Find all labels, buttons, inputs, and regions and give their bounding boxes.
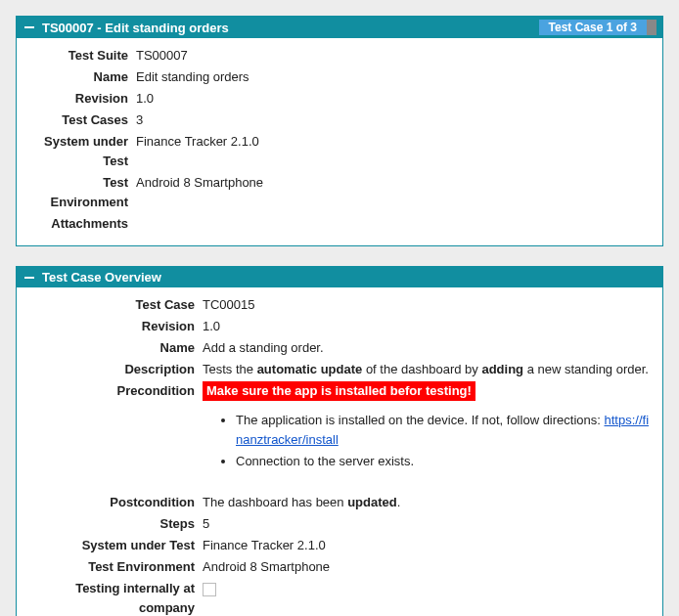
test-case-overview-title: Test Case Overview	[42, 270, 161, 285]
precondition-list: The application is installed on the devi…	[203, 401, 653, 479]
test-case-counter-badge: Test Case 1 of 3	[539, 20, 656, 35]
precondition-warning: Make sure the app is installed befor tes…	[203, 381, 475, 401]
value-test-case: TC00015	[203, 295, 653, 315]
label-sut: System under Test	[26, 132, 136, 171]
label-test-cases: Test Cases	[26, 110, 136, 130]
label-revision: Revision	[26, 89, 136, 109]
value-env: Android 8 Smartphone	[136, 173, 653, 193]
collapse-icon[interactable]	[23, 21, 36, 34]
value-precondition: Make sure the app is installed befor tes…	[203, 381, 653, 479]
label-env: Test Environment	[26, 173, 136, 212]
value-tc-sut: Finance Tracker 2.1.0	[203, 536, 653, 555]
desc-bold-part: adding	[481, 362, 523, 376]
precondition-item: Connection to the server exists.	[236, 452, 653, 471]
value-steps: 5	[203, 514, 653, 534]
value-tc-env: Android 8 Smartphone	[203, 557, 653, 577]
label-test-suite: Test Suite	[26, 46, 136, 66]
value-revision: 1.0	[136, 89, 653, 109]
postcond-text-part: The dashboard has been	[203, 495, 347, 509]
value-tc-revision: 1.0	[203, 317, 653, 336]
postcond-bold-part: updated	[347, 495, 397, 509]
label-tc-name: Name	[26, 338, 203, 358]
postcond-text-part: .	[397, 495, 401, 509]
test-suite-panel-title: TS00007 - Edit standing orders	[42, 21, 229, 35]
value-name: Edit standing orders	[136, 67, 653, 87]
value-internal-testing	[203, 579, 653, 598]
label-description: Description	[26, 360, 203, 379]
label-test-case: Test Case	[26, 295, 203, 315]
desc-text-part: of the dashboard by	[362, 362, 481, 376]
value-tc-name: Add a standing order.	[203, 338, 653, 358]
label-precondition: Precondition	[26, 381, 203, 401]
test-suite-panel-body: Test SuiteTS00007 NameEdit standing orde…	[17, 38, 662, 245]
desc-text-part: Tests the	[203, 362, 257, 376]
label-internal-testing: Testing internally at company	[26, 579, 203, 616]
label-steps: Steps	[26, 514, 203, 534]
test-suite-panel: TS00007 - Edit standing orders Test Case…	[16, 16, 663, 246]
precondition-item-text: The application is installed on the devi…	[236, 413, 605, 427]
desc-bold-part: automatic update	[257, 362, 363, 376]
precondition-item: The application is installed on the devi…	[236, 411, 653, 450]
value-postcondition: The dashboard has been updated.	[203, 493, 653, 512]
test-case-overview-body: Test CaseTC00015 Revision1.0 NameAdd a s…	[17, 287, 662, 616]
value-sut: Finance Tracker 2.1.0	[136, 132, 653, 152]
value-description: Tests the automatic update of the dashbo…	[203, 360, 653, 379]
value-test-cases: 3	[136, 110, 653, 130]
label-tc-sut: System under Test	[26, 536, 203, 555]
label-attachments: Attachments	[26, 214, 136, 234]
internal-testing-checkbox[interactable]	[203, 583, 216, 596]
test-case-overview-panel: Test Case Overview Test CaseTC00015 Revi…	[16, 266, 663, 616]
desc-text-part: a new standing order.	[523, 362, 649, 376]
collapse-icon[interactable]	[23, 271, 36, 285]
label-postcondition: Postcondition	[26, 493, 203, 512]
label-name: Name	[26, 67, 136, 87]
test-suite-panel-header[interactable]: TS00007 - Edit standing orders Test Case…	[17, 17, 662, 38]
value-test-suite: TS00007	[136, 46, 653, 66]
test-case-overview-header[interactable]: Test Case Overview	[17, 267, 662, 287]
label-tc-revision: Revision	[26, 317, 203, 336]
label-tc-env: Test Environment	[26, 557, 203, 577]
